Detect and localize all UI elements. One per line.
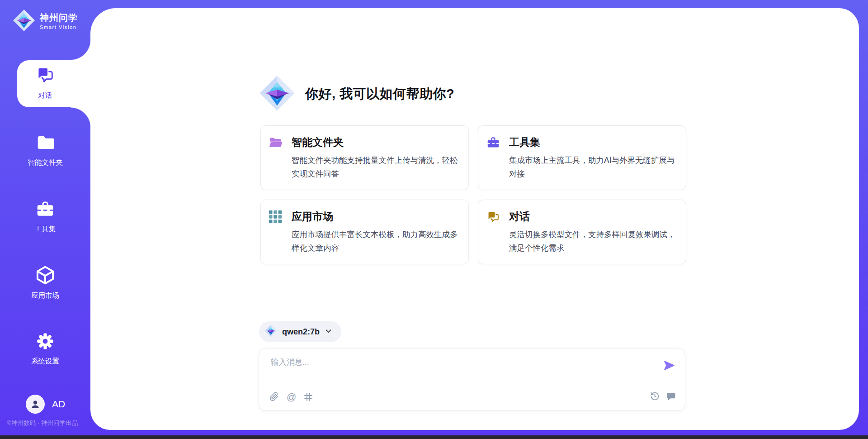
card-description: 智能文件夹功能支持批量文件上传与清洗，轻松实现文件问答 (292, 153, 461, 181)
card-app-market[interactable]: 应用市场 应用市场提供丰富长文本模板，助力高效生成多样化文章内容 (260, 200, 469, 264)
grid-icon (269, 210, 283, 255)
brand-diamond-icon (13, 9, 35, 33)
sidebar-item-label: 系统设置 (31, 357, 59, 366)
card-description: 应用市场提供丰富长文本模板，助力高效生成多样化文章内容 (292, 228, 461, 255)
cube-icon (35, 265, 55, 287)
greeting-row: 你好, 我可以如何帮助你? (259, 75, 454, 113)
sidebar-item-label: 对话 (38, 91, 52, 100)
message-composer: @ (259, 348, 685, 411)
sidebar-item-app-market[interactable]: 应用市场 (0, 265, 90, 301)
brand-logo[interactable]: 神州问学 Smart Vision (13, 9, 78, 33)
briefcase-icon (36, 200, 55, 220)
greeting-title: 你好, 我可以如何帮助你? (305, 85, 454, 103)
card-title: 应用市场 (292, 210, 461, 224)
user-initials: AD (52, 399, 65, 410)
chat-bubble-icon[interactable] (666, 391, 676, 401)
sidebar-item-toolset[interactable]: 工具集 (0, 200, 90, 234)
chat-bubbles-icon (36, 66, 55, 87)
sidebar-item-settings[interactable]: 系统设置 (0, 332, 90, 366)
assistant-diamond-icon (259, 75, 295, 113)
card-title: 智能文件夹 (292, 135, 461, 149)
send-icon[interactable] (661, 358, 677, 373)
card-description: 灵活切换多模型文件，支持多样回复效果调试，满足个性化需求 (509, 228, 678, 255)
hashtag-icon[interactable] (304, 392, 313, 401)
avatar[interactable] (26, 395, 45, 414)
user-profile[interactable]: AD (26, 395, 65, 414)
card-toolset[interactable]: 工具集 集成市场上主流工具，助力AI与外界无缝扩展与对接 (478, 125, 686, 190)
message-input[interactable] (270, 356, 656, 383)
sidebar-item-chat[interactable]: 对话 (0, 66, 90, 100)
gear-icon (36, 332, 55, 353)
chevron-down-icon (325, 327, 332, 337)
feature-cards: 智能文件夹 智能文件夹功能支持批量文件上传与清洗，轻松实现文件问答 工具集 集成… (260, 125, 686, 264)
model-selector[interactable]: qwen2:7b (259, 321, 341, 342)
sidebar: 神州问学 Smart Vision 对话 智能文件夹 (0, 0, 90, 439)
card-smart-folder[interactable]: 智能文件夹 智能文件夹功能支持批量文件上传与清洗，轻松实现文件问答 (260, 125, 469, 190)
folder-open-icon (269, 136, 283, 181)
attachment-icon[interactable] (269, 391, 279, 402)
brand-name: 神州问学 (40, 13, 78, 23)
mention-icon[interactable]: @ (287, 392, 296, 402)
bottom-edge-bar (0, 435, 868, 439)
history-icon[interactable] (650, 391, 660, 401)
sidebar-item-smart-folder[interactable]: 智能文件夹 (0, 133, 90, 167)
model-name: qwen2:7b (282, 327, 320, 337)
folder-icon (36, 133, 55, 154)
sidebar-item-label: 应用市场 (31, 291, 59, 301)
brand-tagline: Smart Vision (40, 24, 78, 30)
composer-divider (265, 385, 679, 385)
briefcase-icon (486, 136, 500, 181)
person-icon (30, 399, 41, 410)
sidebar-item-label: 智能文件夹 (28, 158, 63, 167)
card-chat[interactable]: 对话 灵活切换多模型文件，支持多样回复效果调试，满足个性化需求 (478, 200, 686, 264)
card-description: 集成市场上主流工具，助力AI与外界无缝扩展与对接 (509, 153, 678, 181)
model-diamond-icon (264, 324, 277, 339)
sidebar-item-label: 工具集 (35, 224, 56, 234)
chat-bubbles-icon (486, 210, 500, 255)
copyright-text: ©神州数码 · 神州问学出品 (7, 419, 78, 427)
card-title: 对话 (509, 210, 678, 224)
card-title: 工具集 (509, 135, 678, 149)
